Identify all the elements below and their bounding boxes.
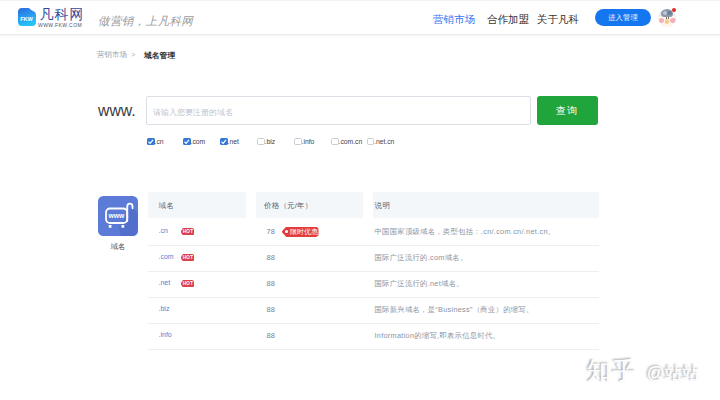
svg-text:www: www <box>108 212 126 219</box>
svg-text:FKW: FKW <box>20 16 33 22</box>
